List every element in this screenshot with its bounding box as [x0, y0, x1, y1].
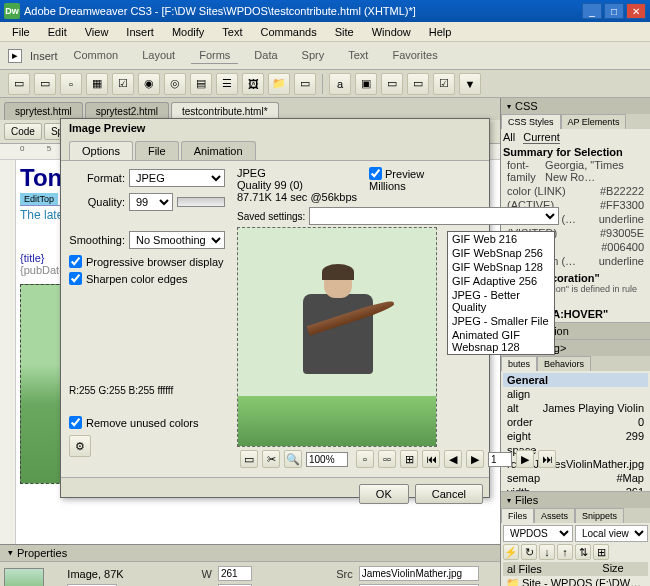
- preview-checkbox[interactable]: Preview: [369, 167, 424, 180]
- dropdown-item[interactable]: GIF WebSnap 256: [448, 246, 554, 260]
- prev-frame-icon[interactable]: ◀: [444, 450, 462, 468]
- menu-site[interactable]: Site: [327, 24, 362, 40]
- insert-expand-icon[interactable]: ▸: [8, 49, 22, 63]
- dropdown-item[interactable]: GIF Web 216: [448, 232, 554, 246]
- attr-val[interactable]: 299: [626, 430, 644, 442]
- site-root[interactable]: 📁Site - WPDOS (F:\DW…: [503, 576, 648, 586]
- files-tab[interactable]: Files: [501, 508, 534, 523]
- menu-insert[interactable]: Insert: [118, 24, 162, 40]
- put-icon[interactable]: ↑: [557, 544, 573, 560]
- ok-button[interactable]: OK: [359, 484, 409, 504]
- file-field-icon[interactable]: 📁: [268, 73, 290, 95]
- radio-group-icon[interactable]: ◎: [164, 73, 186, 95]
- menu-view[interactable]: View: [77, 24, 117, 40]
- list-menu-icon[interactable]: ▤: [190, 73, 212, 95]
- spry-textfield-icon[interactable]: ▭: [381, 73, 403, 95]
- 2up-icon[interactable]: ▫▫: [378, 450, 396, 468]
- menu-file[interactable]: File: [4, 24, 38, 40]
- frame-field[interactable]: [488, 452, 512, 467]
- insert-tab-layout[interactable]: Layout: [134, 47, 183, 64]
- src-field[interactable]: [359, 566, 479, 581]
- properties-header[interactable]: Properties: [0, 545, 500, 562]
- optimize-wizard-icon[interactable]: ⚙: [69, 435, 91, 457]
- minimize-button[interactable]: _: [582, 3, 602, 19]
- button-icon[interactable]: ▭: [294, 73, 316, 95]
- sharpen-checkbox[interactable]: Sharpen color edges: [69, 272, 225, 285]
- files-panel-header[interactable]: Files: [501, 492, 650, 508]
- quality-slider[interactable]: [177, 197, 225, 207]
- next-frame-icon[interactable]: ▶: [516, 450, 534, 468]
- close-button[interactable]: ✕: [626, 3, 646, 19]
- zoom-icon[interactable]: 🔍: [284, 450, 302, 468]
- radio-icon[interactable]: ◉: [138, 73, 160, 95]
- view-select[interactable]: Local view: [575, 525, 648, 542]
- insert-tab-text[interactable]: Text: [340, 47, 376, 64]
- attr-val[interactable]: 0: [638, 416, 644, 428]
- smoothing-select[interactable]: No Smoothing: [129, 231, 225, 249]
- play-icon[interactable]: ▶: [466, 450, 484, 468]
- insert-tab-data[interactable]: Data: [246, 47, 285, 64]
- progressive-checkbox[interactable]: Progressive browser display: [69, 255, 225, 268]
- menu-help[interactable]: Help: [421, 24, 460, 40]
- attr-val[interactable]: 261: [626, 486, 644, 491]
- dropdown-item[interactable]: GIF Adaptive 256: [448, 274, 554, 288]
- insert-tab-common[interactable]: Common: [66, 47, 127, 64]
- insert-tab-favorites[interactable]: Favorites: [384, 47, 445, 64]
- dropdown-item[interactable]: JPEG - Smaller File: [448, 314, 554, 328]
- text-field-icon[interactable]: ▭: [34, 73, 56, 95]
- fieldset-icon[interactable]: ▣: [355, 73, 377, 95]
- refresh-files-icon[interactable]: ↻: [521, 544, 537, 560]
- 1up-icon[interactable]: ▫: [356, 450, 374, 468]
- property-thumbnail[interactable]: [4, 568, 44, 587]
- quality-select[interactable]: 99: [129, 193, 173, 211]
- connect-icon[interactable]: ⚡: [503, 544, 519, 560]
- saved-settings-select[interactable]: [309, 207, 559, 225]
- snippets-tab[interactable]: Snippets: [575, 508, 624, 523]
- dropdown-item[interactable]: JPEG - Better Quality: [448, 288, 554, 314]
- insert-tab-spry[interactable]: Spry: [294, 47, 333, 64]
- animation-tab[interactable]: Animation: [181, 141, 256, 160]
- form-icon[interactable]: ▭: [8, 73, 30, 95]
- format-select[interactable]: JPEG: [129, 169, 225, 187]
- css-panel-header[interactable]: CSS: [501, 98, 650, 114]
- menu-edit[interactable]: Edit: [40, 24, 75, 40]
- sync-icon[interactable]: ⇅: [575, 544, 591, 560]
- textarea-icon[interactable]: ▦: [86, 73, 108, 95]
- spry-select-icon[interactable]: ▼: [459, 73, 481, 95]
- cancel-button[interactable]: Cancel: [415, 484, 483, 504]
- last-frame-icon[interactable]: ⏭: [538, 450, 556, 468]
- hidden-field-icon[interactable]: ▫: [60, 73, 82, 95]
- css-all-tab[interactable]: All: [503, 131, 515, 144]
- maximize-button[interactable]: □: [604, 3, 624, 19]
- options-tab[interactable]: Options: [69, 141, 133, 160]
- ap-elements-tab[interactable]: AP Elements: [561, 114, 627, 129]
- image-field-icon[interactable]: 🖼: [242, 73, 264, 95]
- remove-unused-checkbox[interactable]: Remove unused colors: [69, 416, 225, 429]
- site-select[interactable]: WPDOS: [503, 525, 573, 542]
- menu-window[interactable]: Window: [364, 24, 419, 40]
- assets-tab[interactable]: Assets: [534, 508, 575, 523]
- dropdown-item[interactable]: GIF WebSnap 128: [448, 260, 554, 274]
- file-tab[interactable]: File: [135, 141, 179, 160]
- pointer-icon[interactable]: ▭: [240, 450, 258, 468]
- 4up-icon[interactable]: ⊞: [400, 450, 418, 468]
- preview-image[interactable]: [237, 227, 437, 447]
- checkbox-icon[interactable]: ☑: [112, 73, 134, 95]
- label-icon[interactable]: a: [329, 73, 351, 95]
- menu-modify[interactable]: Modify: [164, 24, 212, 40]
- spry-textarea-icon[interactable]: ▭: [407, 73, 429, 95]
- menu-commands[interactable]: Commands: [252, 24, 324, 40]
- first-frame-icon[interactable]: ⏮: [422, 450, 440, 468]
- menu-text[interactable]: Text: [214, 24, 250, 40]
- spry-checkbox-icon[interactable]: ☑: [433, 73, 455, 95]
- width-field[interactable]: [218, 566, 252, 581]
- crop-icon[interactable]: ✂: [262, 450, 280, 468]
- css-current-tab[interactable]: Current: [523, 131, 560, 144]
- zoom-field[interactable]: [306, 452, 348, 467]
- code-view-button[interactable]: Code: [4, 123, 42, 140]
- get-icon[interactable]: ↓: [539, 544, 555, 560]
- expand-files-icon[interactable]: ⊞: [593, 544, 609, 560]
- attr-val[interactable]: #Map: [616, 472, 644, 484]
- dropdown-item[interactable]: Animated GIF Websnap 128: [448, 328, 554, 354]
- css-styles-tab[interactable]: CSS Styles: [501, 114, 561, 129]
